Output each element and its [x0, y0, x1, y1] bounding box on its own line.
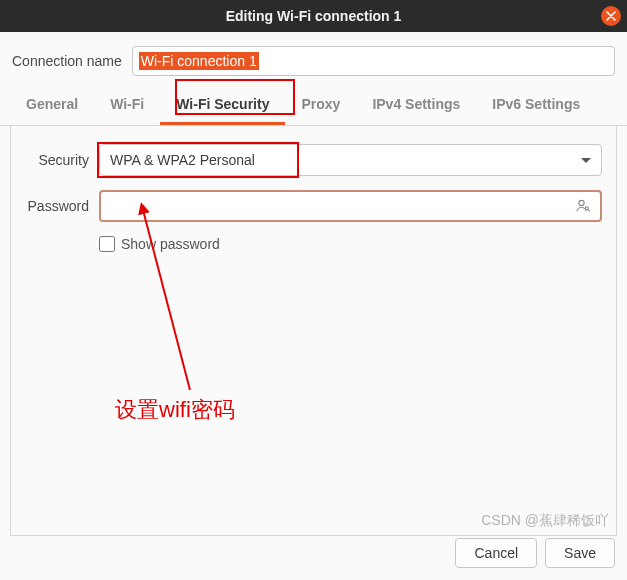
security-value: WPA & WPA2 Personal — [110, 152, 255, 168]
svg-point-1 — [585, 207, 588, 210]
password-input[interactable] — [109, 198, 574, 214]
connection-name-value: Wi-Fi connection 1 — [139, 52, 259, 70]
user-icon[interactable] — [574, 197, 592, 215]
show-password-label: Show password — [121, 236, 220, 252]
chevron-down-icon — [581, 158, 591, 163]
tab-wifi[interactable]: Wi-Fi — [94, 86, 160, 125]
tab-ipv6[interactable]: IPv6 Settings — [476, 86, 596, 125]
button-bar: Cancel Save — [455, 538, 615, 568]
tabs: General Wi-Fi Wi-Fi Security Proxy IPv4 … — [0, 86, 627, 126]
close-button[interactable] — [601, 6, 621, 26]
password-row: Password — [25, 190, 602, 222]
password-label: Password — [25, 198, 89, 214]
tab-general[interactable]: General — [10, 86, 94, 125]
titlebar: Editing Wi-Fi connection 1 — [0, 0, 627, 32]
window-title: Editing Wi-Fi connection 1 — [226, 8, 402, 24]
security-combobox[interactable]: WPA & WPA2 Personal — [99, 144, 602, 176]
show-password-checkbox[interactable] — [99, 236, 115, 252]
show-password-row: Show password — [99, 236, 602, 252]
tab-panel: Security WPA & WPA2 Personal Password Sh… — [10, 126, 617, 536]
tab-ipv4[interactable]: IPv4 Settings — [356, 86, 476, 125]
close-icon — [606, 11, 616, 21]
connection-name-row: Connection name Wi-Fi connection 1 — [0, 32, 627, 86]
connection-name-input[interactable]: Wi-Fi connection 1 — [132, 46, 615, 76]
connection-name-label: Connection name — [12, 53, 122, 69]
security-label: Security — [25, 152, 89, 168]
cancel-button[interactable]: Cancel — [455, 538, 537, 568]
password-field-wrapper — [99, 190, 602, 222]
svg-point-0 — [579, 200, 584, 205]
tab-wifi-security[interactable]: Wi-Fi Security — [160, 86, 285, 125]
tab-proxy[interactable]: Proxy — [285, 86, 356, 125]
save-button[interactable]: Save — [545, 538, 615, 568]
security-row: Security WPA & WPA2 Personal — [25, 144, 602, 176]
